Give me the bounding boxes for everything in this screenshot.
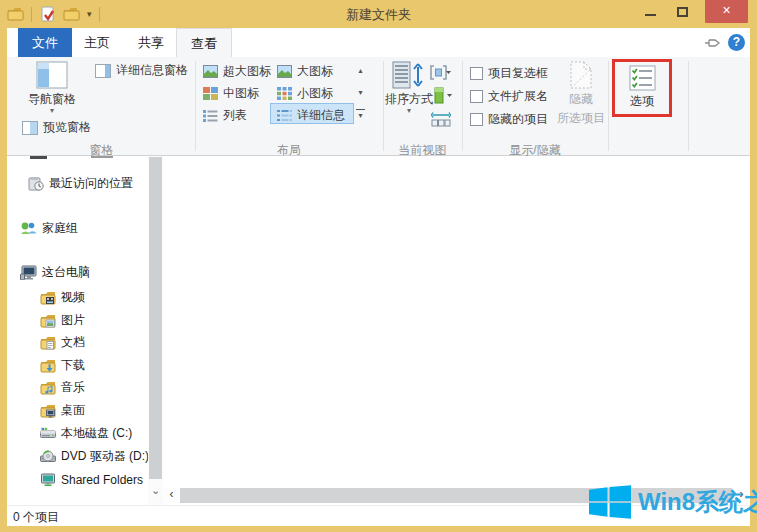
documents-folder-icon: [40, 336, 56, 350]
sidebar-item-label: 音乐: [61, 379, 85, 396]
sidebar-item-label: Shared Folders: [61, 473, 143, 487]
sidebar-item-label: 文档: [61, 334, 85, 351]
sidebar-item-documents[interactable]: 文档: [40, 334, 85, 351]
hide-selected-items-label-line2: 所选项目: [552, 110, 610, 127]
close-button[interactable]: ×: [705, 0, 748, 23]
sidebar-item-homegroup[interactable]: 家庭组: [20, 220, 78, 237]
layout-scroll-down-icon[interactable]: ▾: [354, 85, 367, 100]
sidebar-item-recent-places[interactable]: 最近访问的位置: [28, 175, 133, 192]
item-checkboxes-row: 项目复选框: [470, 64, 548, 83]
help-button[interactable]: ?: [728, 34, 745, 51]
clipped-tree-item: [91, 156, 113, 158]
group-separator: [195, 61, 196, 151]
maximize-button[interactable]: [668, 0, 698, 23]
shared-folders-icon: [40, 473, 56, 487]
minimize-ribbon-pin-icon[interactable]: [704, 36, 722, 50]
group-by-icon: [430, 65, 452, 80]
sidebar-scrollbar-thumb[interactable]: [149, 157, 162, 479]
group-by-button[interactable]: [430, 63, 452, 82]
tab-view[interactable]: 查看: [176, 28, 232, 57]
group-separator: [688, 61, 689, 151]
navigation-pane-button[interactable]: 导航窗格 ▾: [20, 61, 84, 114]
sidebar-item-label: DVD 驱动器 (D:): [61, 448, 149, 465]
file-list-empty-area[interactable]: [163, 156, 750, 488]
options-button[interactable]: 选项: [614, 65, 670, 110]
qat-separator: [99, 7, 100, 22]
window-folder-icon[interactable]: [7, 6, 24, 22]
watermark-text: Win8系统之家: [638, 486, 757, 518]
preview-pane-icon: [22, 121, 38, 135]
quick-access-toolbar: ▾: [7, 4, 100, 24]
minimize-icon: [645, 14, 656, 16]
window-title: 新建文件夹: [120, 6, 637, 24]
add-columns-button[interactable]: [431, 86, 453, 105]
recent-places-icon: [28, 176, 44, 191]
qat-customize-dropdown-icon[interactable]: ▾: [87, 6, 92, 22]
clipped-tree-item: [30, 156, 47, 159]
group-separator: [462, 61, 463, 151]
homegroup-icon: [20, 221, 37, 236]
sort-by-button[interactable]: 排序方式 ▾: [383, 61, 435, 114]
sidebar-item-label: 本地磁盘 (C:): [61, 425, 132, 442]
tab-share[interactable]: 共享: [124, 28, 178, 57]
watermark: Win8系统之家: [589, 485, 757, 519]
item-checkboxes-checkbox[interactable]: [470, 67, 483, 80]
preview-pane-label: 预览窗格: [43, 119, 91, 136]
sidebar-item-music[interactable]: 音乐: [40, 379, 85, 396]
sidebar-item-dvd-drive-d[interactable]: DVD 驱动器 (D:): [40, 448, 149, 465]
maximize-icon: [677, 7, 688, 17]
tab-file[interactable]: 文件: [18, 28, 72, 57]
navigation-pane-icon: [36, 61, 68, 89]
content-area: 最近访问的位置 家庭组 这台电脑: [7, 156, 750, 505]
sidebar-item-label: 桌面: [61, 402, 85, 419]
pictures-folder-icon: [40, 314, 56, 328]
sidebar-item-pictures[interactable]: 图片: [40, 312, 85, 329]
minimize-button[interactable]: [636, 0, 666, 23]
sidebar-item-local-disk-c[interactable]: 本地磁盘 (C:): [40, 425, 132, 442]
small-icons-button[interactable]: 小图标: [277, 84, 333, 103]
extra-large-icons-button[interactable]: 超大图标: [203, 62, 271, 81]
extra-large-icons-icon: [203, 65, 218, 78]
sidebar-item-this-pc[interactable]: 这台电脑: [20, 264, 90, 281]
list-view-label: 列表: [223, 107, 247, 124]
sidebar-item-downloads[interactable]: 下载: [40, 357, 85, 374]
scroll-left-icon[interactable]: ‹: [163, 488, 180, 503]
ribbon-view-panel: 导航窗格 ▾ 详细信息窗格 预览窗格 窗格 超大图标: [7, 57, 750, 156]
sidebar-item-label: 这台电脑: [42, 264, 90, 281]
list-view-button[interactable]: 列表: [203, 106, 247, 125]
hidden-items-checkbox[interactable]: [470, 113, 483, 126]
qat-properties-icon[interactable]: [39, 6, 56, 22]
details-view-button[interactable]: 详细信息: [277, 106, 345, 125]
sidebar-scroll-down-icon[interactable]: ⌄: [149, 482, 162, 500]
item-count-label: 0 个项目: [13, 509, 59, 526]
navigation-pane-dropdown-icon: ▾: [20, 108, 84, 114]
qat-new-folder-icon[interactable]: [63, 6, 80, 22]
titlebar[interactable]: ▾ 新建文件夹 ×: [0, 0, 757, 28]
details-view-label: 详细信息: [297, 107, 345, 124]
layout-scroll-up-icon[interactable]: ▴: [354, 63, 367, 78]
sidebar-item-label: 最近访问的位置: [49, 175, 133, 192]
sidebar-item-videos[interactable]: 视频: [40, 289, 85, 306]
sidebar-item-desktop[interactable]: 桌面: [40, 402, 85, 419]
file-extensions-checkbox[interactable]: [470, 90, 483, 103]
list-view-icon: [203, 109, 218, 122]
item-checkboxes-label: 项目复选框: [488, 65, 548, 82]
sidebar-item-shared-folders[interactable]: Shared Folders: [40, 471, 143, 488]
hide-selected-items-button[interactable]: 隐藏 所选项目: [552, 61, 610, 127]
medium-icons-button[interactable]: 中图标: [203, 84, 259, 103]
explorer-window: ▾ 新建文件夹 × 文件 主页 共享 查看 ? 导航窗格: [0, 0, 757, 532]
hidden-items-label: 隐藏的项目: [488, 111, 548, 128]
small-icons-label: 小图标: [297, 85, 333, 102]
sort-by-dropdown-icon: ▾: [383, 108, 435, 114]
preview-pane-button[interactable]: 预览窗格: [22, 118, 91, 137]
options-label: 选项: [614, 93, 670, 110]
tab-home[interactable]: 主页: [70, 28, 124, 57]
details-pane-button[interactable]: 详细信息窗格: [95, 61, 188, 80]
size-columns-to-fit-button[interactable]: [431, 109, 451, 128]
details-pane-icon: [95, 64, 111, 78]
sidebar-scrollbar[interactable]: ⌄: [148, 156, 163, 505]
large-icons-button[interactable]: 大图标: [277, 62, 333, 81]
large-icons-icon: [277, 65, 292, 78]
windows-logo-icon: [589, 485, 631, 519]
layout-more-icon[interactable]: ▾: [354, 108, 367, 123]
